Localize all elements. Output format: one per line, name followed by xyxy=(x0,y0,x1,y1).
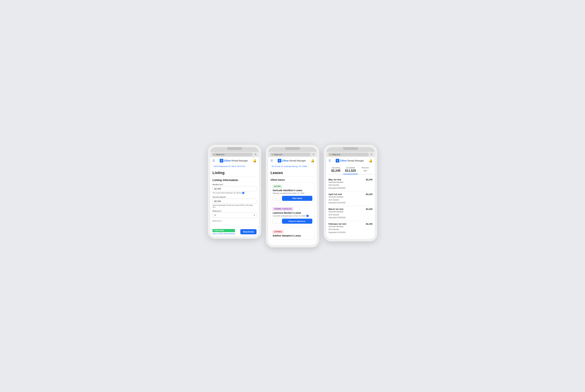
payment-row-march: March 1st rent $2,245 Gertrude Hamilton … xyxy=(328,206,372,221)
notch-bar xyxy=(210,147,259,152)
more-options-button[interactable]: ··· xyxy=(273,219,281,224)
payment-row-april: April 1st rent $2,245 Gertrude Hamilton … xyxy=(328,191,372,206)
lease-name-lawrence: Lawrence Becker's Lease xyxy=(273,212,312,214)
breadcrumb-text: 20075 Alderwood Cir, Bend, OR 97702 xyxy=(214,165,245,167)
required-star: * xyxy=(222,220,222,222)
url-text: zillow.com xyxy=(332,154,340,156)
lease-info-icon[interactable]: ? xyxy=(306,215,309,217)
request-signatures-button[interactable]: Request signatures xyxy=(282,219,312,224)
tab-completed-amount: $11,525 xyxy=(343,169,358,172)
hamburger-icon[interactable]: ☰ xyxy=(328,159,331,162)
tab-completed[interactable]: Completed $11,525 xyxy=(343,167,358,174)
bottom-bar: PUBLISHED View on Zillow Rental Network … xyxy=(210,227,259,236)
lease-meta-gertrude: Signing completed December 22, 2019 xyxy=(273,192,312,194)
browser-bar: 🔒 zillow.com ↻ xyxy=(326,152,375,157)
active-badge: ACTIVE xyxy=(273,185,282,188)
payment-amount-february: $2,245 xyxy=(366,223,372,225)
monthly-rent-hint: The current Rent Zestimate: $1,750/mo i xyxy=(212,192,256,194)
deactivate-button[interactable]: Deactivate xyxy=(240,229,256,234)
payment-top-march: March 1st rent $2,245 xyxy=(328,208,372,210)
zillow-z-icon: Z xyxy=(220,159,223,162)
section-title: Listing information xyxy=(212,178,256,182)
zillow-z-icon: Z xyxy=(278,159,281,162)
payment-top-may: May 1st rent $2,245 xyxy=(328,178,372,181)
app-header: ☰ Z Zillow Rental Manager 🔔 xyxy=(268,157,317,164)
zillow-rental-manager: Rental Manager xyxy=(289,159,306,162)
notch xyxy=(285,147,300,150)
app-header: ☰ Z Zillow Rental Manager 🔔 xyxy=(326,157,375,164)
page-title: Listing xyxy=(212,171,256,175)
bell-icon[interactable]: 🔔 xyxy=(369,159,372,162)
payment-title-may: May 1st rent xyxy=(328,178,341,181)
browser-bar: 🔒 zillow.com ↻ xyxy=(210,152,259,157)
published-badge: PUBLISHED xyxy=(212,229,235,232)
security-deposit-input[interactable] xyxy=(212,199,256,204)
payment-title-april: April 1st rent xyxy=(328,193,342,196)
notch xyxy=(227,147,242,150)
zillow-z-icon: Z xyxy=(336,159,339,162)
payment-row-may: May 1st rent $2,245 Gertrude Hamilton AC… xyxy=(328,177,372,192)
refresh-button[interactable]: ↻ xyxy=(370,153,373,156)
tab-past-due-label: Past due xyxy=(358,167,372,169)
required-star: * xyxy=(223,184,224,186)
bedrooms-select[interactable]: 3 xyxy=(212,213,256,218)
payment-top-february: February 1st rent $2,245 xyxy=(328,223,372,225)
phone3-inner: 🔒 zillow.com ↻ ☰ Z Zillow Rental Manager… xyxy=(326,147,375,239)
url-bar: 🔒 zillow.com xyxy=(212,153,253,156)
payment-amount-april: $2,245 xyxy=(366,193,372,196)
security-deposit-hint: Amount generally should not exceed 150% … xyxy=(212,204,256,208)
back-chevron-icon: ‹ xyxy=(212,165,213,167)
tab-upcoming[interactable]: Upcoming $2,245 xyxy=(328,167,343,174)
lease-actions-lawrence: ··· Request signatures xyxy=(273,219,312,224)
lease-actions-gertrude: ··· View lease xyxy=(273,196,312,201)
zillow-brand: Zillow xyxy=(224,159,231,162)
page3-content: Upcoming $2,245 Completed $11,525 Past d… xyxy=(326,164,375,239)
payment-detail-may: Gertrude Hamilton ACH transfer Deposited… xyxy=(328,181,372,190)
lease-name-adeline: Adeline Hampton's Lease xyxy=(273,234,312,237)
zillow-rental-manager: Rental Manager xyxy=(347,159,364,162)
lease-meta-lawrence: Canceled automatically on Dec 22, 2019 ? xyxy=(273,215,312,217)
security-deposit-label: Security deposit xyxy=(212,196,256,198)
notch-bar xyxy=(268,147,317,152)
view-lease-button[interactable]: View lease xyxy=(282,196,312,201)
phone1: 🔒 zillow.com ↻ ☰ Z Zillow Rental Manager… xyxy=(208,145,261,239)
zillow-brand: Zillow xyxy=(282,159,289,162)
payment-detail-february: Gertrude Hamilton ACH transfer Deposited… xyxy=(328,225,372,234)
payment-title-february: February 1st rent xyxy=(328,223,346,225)
tab-upcoming-amount: $2,245 xyxy=(328,169,343,172)
phone2-wrapper: 🔒 zillow.com ↻ ☰ Z Zillow Rental Manager… xyxy=(266,145,319,247)
monthly-rent-field: Monthly rent * The current Rent Zestimat… xyxy=(212,184,256,194)
signing-canceled-badge: SIGNING CANCELED xyxy=(273,207,293,210)
lease-card-active: ACTIVE Gertrude Hamilton's Lease Signing… xyxy=(270,182,314,203)
info-icon[interactable]: i xyxy=(242,192,244,194)
payment-detail-april: Gertrude Hamilton ACH transfer Deposited… xyxy=(328,196,372,204)
breadcrumb[interactable]: ‹ 46 Circular St, Saratoga Springs, NY 1… xyxy=(268,164,317,168)
app-header: ☰ Z Zillow Rental Manager 🔔 xyxy=(210,157,259,164)
bell-icon[interactable]: 🔔 xyxy=(311,159,314,162)
hamburger-icon[interactable]: ☰ xyxy=(270,159,273,162)
phone1-inner: 🔒 zillow.com ↻ ☰ Z Zillow Rental Manager… xyxy=(210,147,259,236)
expired-badge: EXPIRED xyxy=(273,230,283,233)
payment-detail-march: Gertrude Hamilton ACH transfer Deposited… xyxy=(328,210,372,219)
bell-icon[interactable]: 🔔 xyxy=(253,159,256,162)
phone1-wrapper: 🔒 zillow.com ↻ ☰ Z Zillow Rental Manager… xyxy=(208,145,261,239)
back-chevron-icon: ‹ xyxy=(270,165,271,167)
tab-past-due[interactable]: Past due — xyxy=(358,167,372,174)
payment-row-february: February 1st rent $2,245 Gertrude Hamilt… xyxy=(328,221,372,236)
zillow-brand: Zillow xyxy=(340,159,347,162)
refresh-button[interactable]: ↻ xyxy=(312,153,315,156)
refresh-button[interactable]: ↻ xyxy=(254,153,257,156)
more-options-button[interactable]: ··· xyxy=(273,196,281,201)
hamburger-icon[interactable]: ☰ xyxy=(212,159,215,162)
required-star: * xyxy=(221,210,222,212)
breadcrumb[interactable]: ‹ 20075 Alderwood Cir, Bend, OR 97702 xyxy=(210,164,259,168)
phones-container: 🔒 zillow.com ↻ ☰ Z Zillow Rental Manager… xyxy=(208,145,377,247)
zillow-rental-manager: Rental Manager xyxy=(231,159,248,162)
monthly-rent-input[interactable] xyxy=(212,186,256,191)
lock-icon: 🔒 xyxy=(330,154,331,155)
phone3: 🔒 zillow.com ↻ ☰ Z Zillow Rental Manager… xyxy=(324,145,377,241)
bathrooms-label: Bathrooms * xyxy=(212,220,256,222)
notch xyxy=(343,147,358,150)
view-zillow-link[interactable]: View on Zillow Rental Network xyxy=(212,233,235,235)
url-bar: 🔒 zillow.com xyxy=(270,153,311,156)
